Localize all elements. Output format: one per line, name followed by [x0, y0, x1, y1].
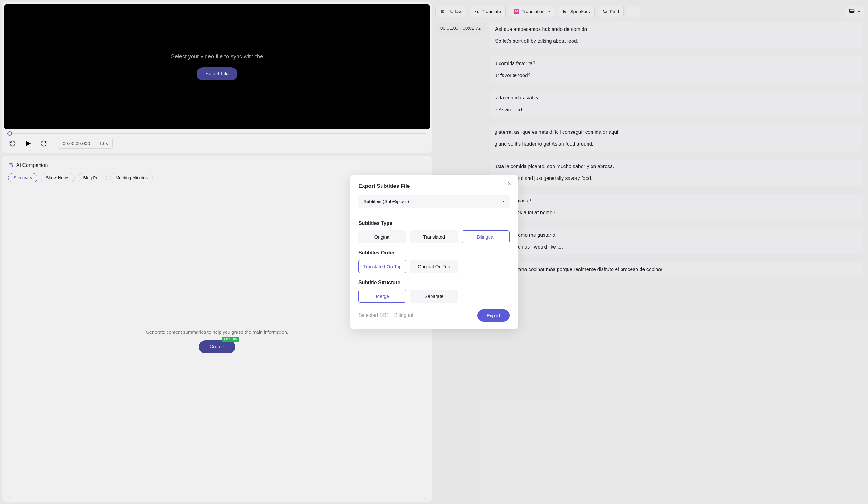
type-bilingual[interactable]: Bilingual [462, 230, 509, 243]
structure-merge[interactable]: Merge [359, 290, 406, 303]
format-value: Subtitles (SubRip .srt) [363, 199, 409, 204]
order-translated-top[interactable]: Translated On Top [359, 260, 406, 273]
export-button[interactable]: Export [477, 309, 509, 322]
structure-separate[interactable]: Separate [410, 290, 458, 303]
modal-overlay[interactable]: Export Subtitles File Subtitles (SubRip … [0, 0, 868, 504]
format-dropdown[interactable]: Subtitles (SubRip .srt) [359, 195, 509, 208]
order-original-top[interactable]: Original On Top [410, 260, 458, 273]
type-label: Subtitles Type [359, 220, 509, 226]
export-modal: Export Subtitles File Subtitles (SubRip … [350, 175, 518, 329]
type-translated[interactable]: Translated [410, 230, 458, 243]
order-segmented: Translated On Top Original On Top [359, 260, 509, 273]
structure-segmented: Merge Separate [359, 290, 509, 303]
close-icon[interactable] [506, 181, 512, 187]
chevron-down-icon [502, 201, 505, 202]
type-original[interactable]: Original [359, 230, 406, 243]
order-label: Subtitles Order [359, 250, 509, 256]
modal-title: Export Subtitles File [359, 183, 509, 189]
type-segmented: Original Translated Bilingual [359, 230, 509, 243]
footer-summary: Selected SRT、Bilingual [359, 312, 413, 319]
divider [359, 214, 509, 215]
structure-label: Subtitle Structure [359, 280, 509, 285]
